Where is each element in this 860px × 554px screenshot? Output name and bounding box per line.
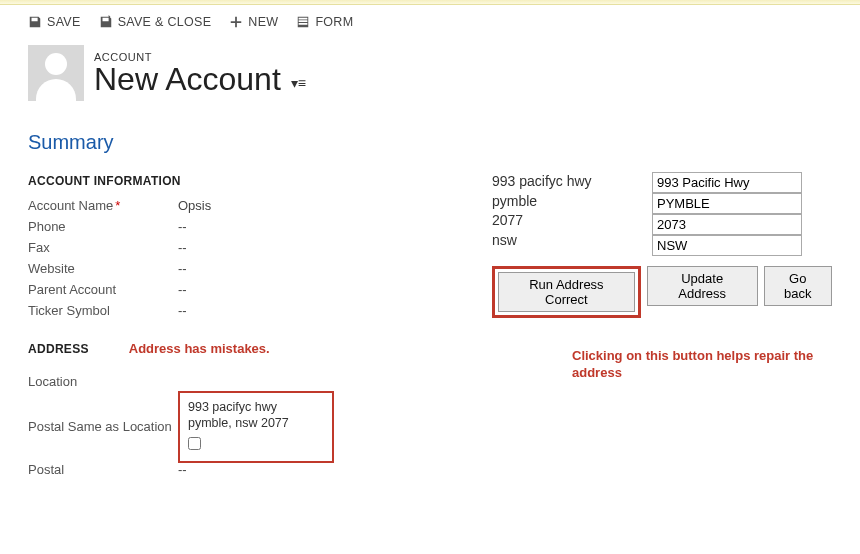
account-info-heading: ACCOUNT INFORMATION [28,174,452,188]
field-ticker-symbol: Ticker Symbol -- [28,303,452,318]
orig-line4: nsw [492,231,632,251]
corrected-street-input[interactable] [652,172,802,193]
corrected-address-inputs [652,172,802,256]
postal-same-checkbox[interactable] [188,437,201,450]
required-asterisk: * [115,198,120,213]
save-icon [28,15,42,29]
run-address-correct-button[interactable]: Run Address Correct [498,272,635,312]
label-postal: Postal [28,462,178,479]
field-account-name: Account Name* Opsis [28,198,452,213]
annotation-mistakes: Address has mistakes. [129,341,270,356]
form-label: FORM [315,15,353,29]
label-phone: Phone [28,219,178,234]
label-parent-account: Parent Account [28,282,178,297]
value-account-name[interactable]: Opsis [178,198,211,213]
save-label: SAVE [47,15,81,29]
value-fax[interactable]: -- [178,240,187,255]
form-icon [296,15,310,29]
original-address: 993 pacifyc hwy pymble 2077 nsw [492,172,632,256]
avatar [28,45,84,101]
address-action-buttons: Run Address Correct Update Address Go ba… [492,266,832,318]
form-button[interactable]: FORM [296,15,353,29]
new-button[interactable]: NEW [229,15,278,29]
location-line1[interactable]: 993 pacifyc hwy [188,399,324,415]
save-button[interactable]: SAVE [28,15,81,29]
address-compare: 993 pacifyc hwy pymble 2077 nsw [492,172,832,256]
corrected-city-input[interactable] [652,193,802,214]
save-close-label: SAVE & CLOSE [118,15,212,29]
corrected-postcode-input[interactable] [652,214,802,235]
label-account-name: Account Name* [28,198,178,213]
field-website: Website -- [28,261,452,276]
field-parent-account: Parent Account -- [28,282,452,297]
field-phone: Phone -- [28,219,452,234]
orig-line2: pymble [492,192,632,212]
label-location: Location [28,370,178,391]
run-address-highlight: Run Address Correct [492,266,641,318]
field-postal: Postal -- [28,462,452,479]
page-title: New Account [94,63,281,95]
label-fax: Fax [28,240,178,255]
label-website: Website [28,261,178,276]
value-postal[interactable]: -- [178,462,187,477]
new-label: NEW [248,15,278,29]
save-close-icon [99,15,113,29]
record-menu-icon[interactable]: ▾≡ [291,75,306,91]
corrected-state-input[interactable] [652,235,802,256]
plus-icon [229,15,243,29]
value-phone[interactable]: -- [178,219,187,234]
orig-line1: 993 pacifyc hwy [492,172,632,192]
address-heading: ADDRESS [28,342,89,356]
value-parent-account[interactable]: -- [178,282,187,297]
summary-heading: Summary [28,131,832,154]
field-fax: Fax -- [28,240,452,255]
update-address-button[interactable]: Update Address [647,266,758,306]
label-ticker-symbol: Ticker Symbol [28,303,178,318]
record-header: ACCOUNT New Account ▾≡ [0,35,860,101]
go-back-button[interactable]: Go back [764,266,832,306]
value-ticker-symbol[interactable]: -- [178,303,187,318]
field-location: Location [28,370,452,391]
command-bar: SAVE SAVE & CLOSE NEW FORM [0,5,860,35]
annotation-repair: Clicking on this button helps repair the… [572,348,832,382]
value-website[interactable]: -- [178,261,187,276]
orig-line3: 2077 [492,211,632,231]
label-postal-same: Postal Same as Location [28,419,178,436]
save-close-button[interactable]: SAVE & CLOSE [99,15,212,29]
